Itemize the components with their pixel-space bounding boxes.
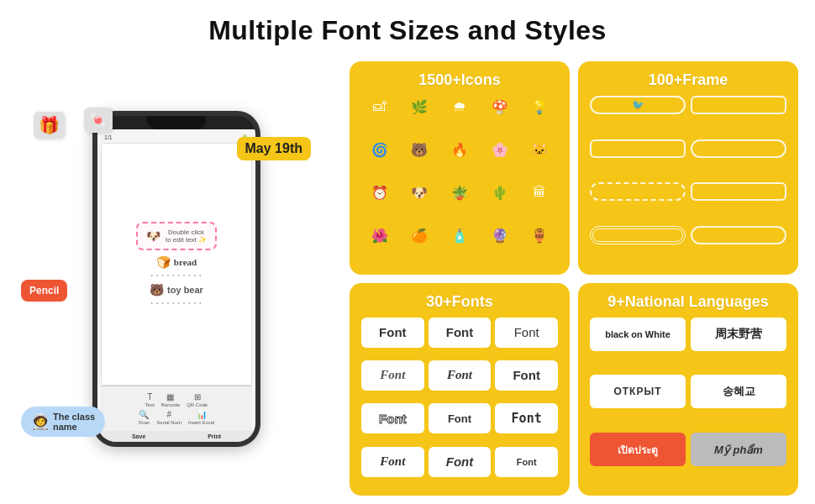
fonts-panel-title: 30+Fonts bbox=[361, 293, 558, 311]
phone-notch bbox=[147, 116, 206, 129]
icon-item: 🍄 bbox=[481, 96, 518, 118]
bread-sticker[interactable]: 🍞 bread bbox=[156, 255, 197, 269]
double-click-text: Double clickto edit text ✨ bbox=[166, 228, 207, 244]
icon-item: 🔥 bbox=[441, 139, 478, 160]
class-label: The classname bbox=[53, 412, 95, 432]
icon-item: 🧴 bbox=[441, 224, 478, 246]
dot-line: • • • • • • • • • • bbox=[150, 272, 202, 278]
lang-cell-russian: ОТКРЫТ bbox=[590, 375, 686, 408]
font-cell: Font bbox=[495, 447, 558, 477]
lang-grid: black on White 周末野营 ОТКРЫТ 송혜교 เปิดประตู… bbox=[590, 318, 786, 486]
icon-item: 🌸 bbox=[481, 139, 518, 160]
scan-icon: 🔍 bbox=[139, 410, 149, 419]
font-cell: Font bbox=[429, 360, 492, 391]
phone-frame: 1/1 🔋 🐶 Double clickto edit text ✨ 🍞 bre… bbox=[92, 111, 260, 447]
lang-cell-chinese: 周末野营 bbox=[691, 318, 786, 351]
icons-panel-title: 1500+Icons bbox=[361, 71, 558, 89]
icon-item: 🏛 bbox=[521, 181, 558, 203]
text-icon: T bbox=[147, 392, 152, 402]
qr-icon: ⊞ bbox=[194, 392, 201, 402]
content-row: 🎁 🍬 May 19th Pencil 🧑‍🚀 The classname 1/… bbox=[17, 61, 798, 496]
page-title: Multiple Font Sizes and Styles bbox=[208, 15, 607, 46]
frames-grid: 🐦 bbox=[590, 96, 786, 265]
phone-section: 🎁 🍬 May 19th Pencil 🧑‍🚀 The classname 1/… bbox=[17, 61, 336, 496]
font-cell: Font bbox=[495, 403, 558, 433]
toy-bear-sticker[interactable]: 🐻 toy bear bbox=[150, 283, 203, 297]
font-cell: Font bbox=[361, 447, 424, 477]
sticker-gift[interactable]: 🎁 bbox=[34, 112, 65, 139]
icon-item: 💡 bbox=[521, 96, 558, 118]
phone-screen: 1/1 🔋 🐶 Double clickto edit text ✨ 🍞 bre… bbox=[97, 129, 255, 442]
icon-item: 🐱 bbox=[521, 139, 558, 160]
barcode-icon: ▦ bbox=[166, 392, 174, 402]
icon-item: 🛋 bbox=[361, 96, 398, 118]
double-click-hint[interactable]: 🐶 Double clickto edit text ✨ bbox=[136, 222, 217, 250]
dog-emoji: 🐶 bbox=[146, 229, 160, 243]
icon-item: 🏺 bbox=[521, 224, 558, 246]
frame-item bbox=[691, 226, 786, 244]
fonts-grid: Font Font Font Font Font Font Font Font … bbox=[361, 318, 558, 486]
lang-cell-english: black on White bbox=[590, 318, 686, 351]
toolbar-row-2: 🔍 Scan # Serial Num 📊 Insert Excel bbox=[139, 410, 215, 425]
icon-item: 🐶 bbox=[402, 181, 439, 203]
icon-item: 🌀 bbox=[361, 139, 398, 160]
page: Multiple Font Sizes and Styles 🎁 🍬 May 1… bbox=[0, 0, 815, 504]
lang-cell-thai: เปิดประตู bbox=[590, 433, 686, 466]
panel-fonts: 30+Fonts Font Font Font Font Font Font F… bbox=[350, 283, 570, 496]
icon-item: 🐻 bbox=[402, 139, 439, 160]
toolbar-row-1: T Text ▦ Barcode ⊞ QR Code bbox=[145, 392, 208, 407]
panel-frames: 100+Frame 🐦 bbox=[578, 61, 798, 275]
toolbar-item-serial[interactable]: # Serial Num bbox=[156, 410, 181, 425]
frames-panel-title: 100+Frame bbox=[590, 71, 786, 89]
save-button[interactable]: Save bbox=[132, 433, 145, 439]
sticker-class[interactable]: 🧑‍🚀 The classname bbox=[21, 407, 105, 437]
icon-item: 🔮 bbox=[481, 224, 518, 246]
frame-item bbox=[691, 96, 786, 114]
toolbar-item-text[interactable]: T Text bbox=[145, 392, 155, 407]
excel-icon: 📊 bbox=[197, 410, 207, 419]
font-cell: Font bbox=[361, 360, 424, 391]
panel-languages: 9+National Languages black on White 周末野营… bbox=[578, 283, 798, 496]
font-cell: Font bbox=[429, 447, 492, 477]
bird-icon: 🐦 bbox=[632, 99, 644, 111]
sticker-candy[interactable]: 🍬 bbox=[84, 108, 113, 133]
sticker-date[interactable]: May 19th bbox=[237, 137, 311, 160]
font-cell: Font bbox=[429, 318, 492, 348]
frame-item bbox=[691, 139, 786, 158]
icon-item: 🪴 bbox=[441, 181, 478, 203]
frame-item bbox=[590, 182, 686, 201]
font-cell: Font bbox=[495, 360, 558, 391]
lang-cell-korean: 송혜교 bbox=[691, 375, 786, 408]
font-cell: Font bbox=[429, 403, 492, 433]
sticker-pencil[interactable]: Pencil bbox=[21, 280, 67, 302]
phone-canvas[interactable]: 🐶 Double clickto edit text ✨ 🍞 bread • •… bbox=[101, 143, 252, 386]
dot-line-2: • • • • • • • • • • bbox=[150, 300, 202, 306]
toolbar-item-excel[interactable]: 📊 Insert Excel bbox=[188, 410, 214, 425]
icon-item: 🍊 bbox=[402, 224, 439, 246]
font-cell: Font bbox=[361, 403, 424, 433]
frame-item bbox=[691, 182, 786, 201]
toolbar-item-scan[interactable]: 🔍 Scan bbox=[139, 410, 150, 425]
frame-item bbox=[590, 226, 686, 244]
languages-panel-title: 9+National Languages bbox=[590, 293, 786, 311]
lang-cell-vietnamese: Mỹ phẩm bbox=[691, 433, 786, 466]
icons-grid: 🛋 🌿 🌧 🍄 💡 🌀 🐻 🔥 🌸 🐱 ⏰ 🐶 🪴 🌵 🏛 🌺 bbox=[361, 96, 558, 265]
frame-item: 🐦 bbox=[590, 96, 686, 114]
serial-icon: # bbox=[166, 410, 171, 419]
font-cell: Font bbox=[361, 318, 424, 348]
toolbar-item-barcode[interactable]: ▦ Barcode bbox=[161, 392, 180, 407]
frame-item bbox=[590, 139, 686, 158]
icon-item: 🌵 bbox=[481, 181, 518, 203]
panel-icons: 1500+Icons 🛋 🌿 🌧 🍄 💡 🌀 🐻 🔥 🌸 🐱 ⏰ 🐶 🪴 🌵 bbox=[350, 61, 570, 275]
icon-item: 🌿 bbox=[402, 96, 439, 118]
icon-item: 🌧 bbox=[441, 96, 478, 118]
right-panels: 1500+Icons 🛋 🌿 🌧 🍄 💡 🌀 🐻 🔥 🌸 🐱 ⏰ 🐶 🪴 🌵 bbox=[350, 61, 798, 496]
print-button[interactable]: Print bbox=[208, 433, 221, 439]
phone-top-bar: 1/1 🔋 bbox=[101, 133, 252, 143]
icon-item: 🌺 bbox=[361, 224, 398, 246]
phone-save-bar: Save Print bbox=[101, 431, 252, 442]
font-cell: Font bbox=[495, 318, 558, 348]
toolbar-item-qr[interactable]: ⊞ QR Code bbox=[187, 392, 208, 407]
icon-item: ⏰ bbox=[361, 181, 398, 203]
phone-toolbar: T Text ▦ Barcode ⊞ QR Code bbox=[101, 386, 252, 431]
